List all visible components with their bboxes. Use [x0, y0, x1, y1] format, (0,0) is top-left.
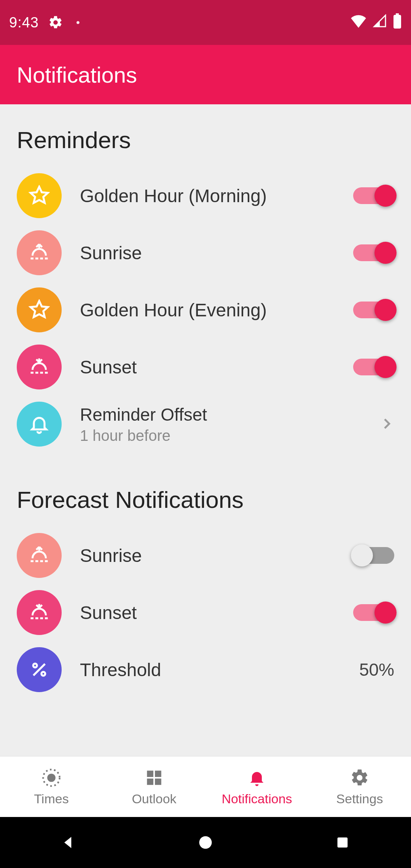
- row-sunset-forecast[interactable]: Sunset: [17, 584, 394, 641]
- sunrise-icon: [17, 533, 62, 578]
- percent-icon: [17, 647, 62, 692]
- content-scroll[interactable]: Reminders Golden Hour (Morning) Sunrise: [0, 104, 411, 756]
- row-sunrise-reminder[interactable]: Sunrise: [17, 224, 394, 281]
- toggle-sunset-reminder[interactable]: [353, 359, 394, 375]
- svg-rect-7: [155, 771, 161, 777]
- row-sunset-reminder[interactable]: Sunset: [17, 338, 394, 396]
- svg-rect-11: [338, 838, 348, 848]
- svg-rect-8: [147, 779, 153, 785]
- tab-times[interactable]: Times: [0, 756, 103, 817]
- section-title-forecast: Forecast Notifications: [17, 486, 394, 513]
- app-header: Notifications: [0, 45, 411, 104]
- tab-label: Settings: [336, 791, 383, 806]
- nav-home-button[interactable]: [190, 827, 221, 858]
- tab-outlook[interactable]: Outlook: [103, 756, 206, 817]
- status-left: 9:43 •: [9, 14, 80, 31]
- tab-label: Notifications: [221, 791, 292, 806]
- status-right: [350, 13, 402, 32]
- settings-system-icon: [48, 15, 63, 30]
- toggle-sunrise-reminder[interactable]: [353, 244, 394, 261]
- cell-signal-icon: [372, 14, 387, 31]
- status-time: 9:43: [9, 14, 39, 31]
- row-label: Golden Hour (Morning): [80, 185, 353, 206]
- row-label: Sunrise: [80, 545, 353, 566]
- toggle-sunrise-forecast[interactable]: [353, 547, 394, 564]
- bell-icon: [17, 402, 62, 447]
- row-golden-hour-morning[interactable]: Golden Hour (Morning): [17, 167, 394, 224]
- sunset-icon: [17, 590, 62, 635]
- page-title: Notifications: [17, 62, 137, 88]
- dashboard-icon: [145, 767, 164, 788]
- tab-notifications[interactable]: Notifications: [206, 756, 308, 817]
- toggle-golden-hour-morning[interactable]: [353, 187, 394, 204]
- nav-back-button[interactable]: [53, 827, 84, 858]
- row-label: Threshold: [80, 659, 359, 680]
- tab-label: Times: [34, 791, 68, 806]
- row-golden-hour-evening[interactable]: Golden Hour (Evening): [17, 281, 394, 338]
- battery-icon: [393, 13, 402, 32]
- sunset-icon: [17, 345, 62, 389]
- svg-point-2: [33, 664, 37, 667]
- svg-point-10: [199, 836, 212, 849]
- system-nav-bar: [0, 817, 411, 868]
- bell-icon: [247, 767, 267, 788]
- tab-label: Outlook: [132, 791, 176, 806]
- wifi-icon: [350, 14, 367, 31]
- row-label: Sunset: [80, 357, 353, 378]
- svg-rect-1: [396, 13, 399, 15]
- row-label: Golden Hour (Evening): [80, 300, 353, 321]
- toggle-golden-hour-evening[interactable]: [353, 302, 394, 318]
- row-label: Sunset: [80, 602, 353, 623]
- svg-point-4: [47, 774, 56, 782]
- sun-icon: [41, 767, 61, 788]
- gear-icon: [350, 767, 370, 788]
- status-dot-icon: •: [76, 17, 80, 28]
- svg-rect-6: [147, 771, 153, 777]
- row-label: Reminder Offset: [80, 404, 379, 425]
- row-sunrise-forecast[interactable]: Sunrise: [17, 527, 394, 584]
- sunrise-icon: [17, 230, 62, 275]
- star-icon: [17, 287, 62, 332]
- nav-recent-button[interactable]: [327, 827, 358, 858]
- tab-settings[interactable]: Settings: [308, 756, 411, 817]
- row-threshold[interactable]: Threshold 50%: [17, 641, 394, 698]
- tab-bar: Times Outlook Notifications Settings: [0, 756, 411, 817]
- svg-point-3: [41, 672, 45, 676]
- star-icon: [17, 173, 62, 218]
- toggle-sunset-forecast[interactable]: [353, 604, 394, 621]
- threshold-value: 50%: [359, 659, 394, 680]
- status-bar: 9:43 •: [0, 0, 411, 45]
- svg-rect-9: [155, 779, 161, 785]
- chevron-right-icon: [379, 412, 394, 436]
- row-sublabel: 1 hour before: [80, 427, 379, 444]
- row-label: Sunrise: [80, 243, 353, 263]
- svg-rect-0: [393, 15, 401, 29]
- section-title-reminders: Reminders: [17, 126, 394, 153]
- row-reminder-offset[interactable]: Reminder Offset 1 hour before: [17, 396, 394, 453]
